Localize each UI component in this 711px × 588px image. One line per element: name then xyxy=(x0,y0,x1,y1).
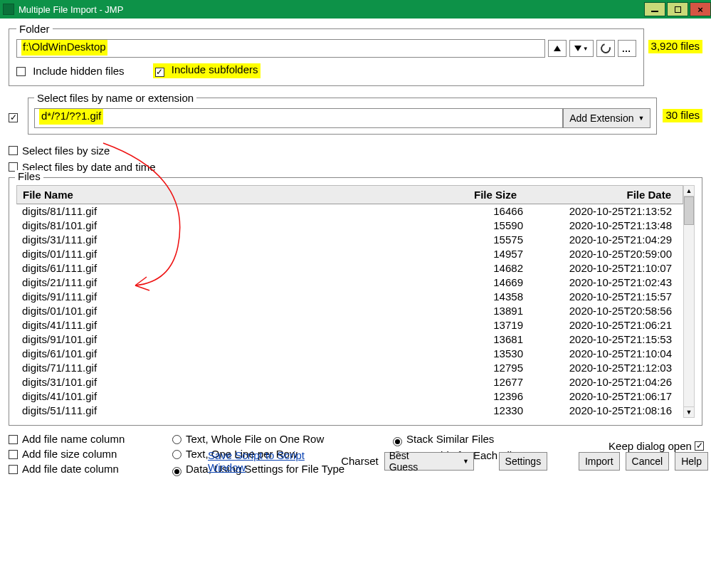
cell-file-date: 2020-10-25T21:06:21 xyxy=(523,319,683,331)
cell-file-name: digits/71/111.gif xyxy=(16,362,438,374)
table-row[interactable]: digits/71/111.gif127952020-10-25T21:12:0… xyxy=(16,361,683,375)
arrow-down-icon xyxy=(574,46,581,51)
cell-file-size: 14957 xyxy=(438,248,523,260)
cell-file-date: 2020-10-25T21:10:07 xyxy=(523,262,683,274)
save-script-link[interactable]: Save Script to Script Window xyxy=(208,449,335,473)
charset-value: Best Guess xyxy=(389,450,434,473)
folder-down-button[interactable]: ▼ xyxy=(569,40,594,57)
col-file-date[interactable]: File Date xyxy=(522,186,683,204)
table-row[interactable]: digits/81/101.gif155902020-10-25T21:13:4… xyxy=(16,219,683,233)
select-by-size-checkbox[interactable] xyxy=(9,146,18,155)
files-table-header[interactable]: File Name File Size File Date xyxy=(16,185,683,204)
include-subfolders-option[interactable]: Include subfolders xyxy=(153,63,260,78)
include-hidden-option[interactable]: Include hidden files xyxy=(16,65,125,77)
cell-file-size: 13891 xyxy=(438,305,523,317)
cell-file-size: 12795 xyxy=(438,362,523,374)
text-whole-file-radio[interactable] xyxy=(172,435,181,444)
cell-file-date: 2020-10-25T21:15:53 xyxy=(523,333,683,345)
folder-refresh-button[interactable] xyxy=(596,40,615,57)
stack-files-radio[interactable] xyxy=(393,437,402,446)
cell-file-name: digits/81/111.gif xyxy=(16,205,438,217)
table-row[interactable]: digits/41/111.gif137192020-10-25T21:06:2… xyxy=(16,318,683,332)
scroll-up-icon[interactable]: ▲ xyxy=(684,186,694,196)
cancel-button-label: Cancel xyxy=(632,456,663,467)
files-scrollbar[interactable]: ▲ ▼ xyxy=(683,185,695,418)
select-by-size-option[interactable]: Select files by size xyxy=(9,145,702,157)
bottom-bar: Save Script to Script Window Charset Bes… xyxy=(9,449,708,473)
select-by-date-option[interactable]: Select files by date and time xyxy=(9,161,702,173)
cancel-button[interactable]: Cancel xyxy=(626,452,670,471)
folder-browse-button[interactable]: … xyxy=(618,40,636,57)
cell-file-size: 13719 xyxy=(438,319,523,331)
minimize-button[interactable] xyxy=(644,2,665,16)
add-extension-button[interactable]: Add Extension▼ xyxy=(563,108,651,128)
folder-path-text: f:\OldWinDesktop xyxy=(21,40,107,56)
folder-legend: Folder xyxy=(16,23,53,35)
cell-file-name: digits/01/101.gif xyxy=(16,305,438,317)
include-subfolders-label: Include subfolders xyxy=(172,63,258,75)
maximize-button[interactable] xyxy=(667,2,688,16)
table-row[interactable]: digits/01/101.gif138912020-10-25T20:58:5… xyxy=(16,304,683,318)
cell-file-date: 2020-10-25T20:58:56 xyxy=(523,305,683,317)
table-row[interactable]: digits/61/111.gif146822020-10-25T21:10:0… xyxy=(16,261,683,275)
add-file-name-label: Add file name column xyxy=(22,433,125,445)
add-file-name-checkbox[interactable] xyxy=(9,435,18,444)
table-row[interactable]: digits/81/111.gif164662020-10-25T21:13:5… xyxy=(16,204,683,219)
cell-file-size: 14358 xyxy=(438,290,523,303)
add-file-name-option[interactable]: Add file name column xyxy=(9,433,151,445)
help-button-label: Help xyxy=(681,456,702,467)
filter-pattern-input[interactable]: d*/?1/??1.gif xyxy=(34,108,563,128)
cell-file-size: 13681 xyxy=(438,333,523,345)
import-button[interactable]: Import xyxy=(579,452,620,471)
charset-select[interactable]: Best Guess▼ xyxy=(384,452,474,471)
cell-file-size: 14682 xyxy=(438,262,523,274)
table-row[interactable]: digits/31/101.gif126772020-10-25T21:04:2… xyxy=(16,375,683,389)
cell-file-size: 12677 xyxy=(438,376,523,388)
filter-match-count: 30 files xyxy=(663,109,702,122)
folder-path-input[interactable]: f:\OldWinDesktop xyxy=(16,39,545,58)
close-button[interactable]: × xyxy=(690,2,711,16)
include-hidden-checkbox[interactable] xyxy=(16,67,26,76)
scroll-thumb[interactable] xyxy=(684,196,694,225)
folder-group: Folder f:\OldWinDesktop ▼ … Include hidd… xyxy=(9,23,644,86)
settings-button[interactable]: Settings xyxy=(499,452,548,471)
cell-file-name: digits/41/101.gif xyxy=(16,390,438,402)
cell-file-name: digits/51/111.gif xyxy=(16,404,438,416)
cell-file-date: 2020-10-25T21:10:04 xyxy=(523,347,683,359)
cell-file-date: 2020-10-25T21:13:48 xyxy=(523,219,683,231)
table-row[interactable]: digits/01/111.gif149572020-10-25T20:59:0… xyxy=(16,247,683,261)
table-row[interactable]: digits/51/111.gif123302020-10-25T21:08:1… xyxy=(16,404,683,418)
include-subfolders-checkbox[interactable] xyxy=(155,68,164,77)
cell-file-date: 2020-10-25T21:13:52 xyxy=(523,205,683,217)
cell-file-name: digits/21/111.gif xyxy=(16,276,438,288)
table-row[interactable]: digits/41/101.gif123962020-10-25T21:06:1… xyxy=(16,389,683,404)
col-file-name[interactable]: File Name xyxy=(17,186,437,204)
table-row[interactable]: digits/31/111.gif155752020-10-25T21:04:2… xyxy=(16,233,683,247)
table-row[interactable]: digits/61/101.gif135302020-10-25T21:10:0… xyxy=(16,347,683,361)
filter-enable-checkbox[interactable] xyxy=(9,113,18,122)
cell-file-name: digits/61/101.gif xyxy=(16,347,438,359)
refresh-icon xyxy=(599,41,612,55)
charset-label: Charset xyxy=(341,455,379,467)
cell-file-name: digits/61/111.gif xyxy=(16,262,438,274)
text-whole-file-option[interactable]: Text, Whole File on One Row xyxy=(172,433,372,445)
cell-file-name: digits/41/111.gif xyxy=(16,319,438,331)
cell-file-size: 12330 xyxy=(438,404,523,416)
window-title: Multiple File Import - JMP xyxy=(19,4,643,15)
table-row[interactable]: digits/91/111.gif143582020-10-25T21:15:5… xyxy=(16,290,683,304)
files-table-body: digits/81/111.gif164662020-10-25T21:13:5… xyxy=(16,204,683,418)
cell-file-size: 16466 xyxy=(438,205,523,217)
cell-file-date: 2020-10-25T21:12:03 xyxy=(523,362,683,374)
col-file-size[interactable]: File Size xyxy=(437,186,522,204)
cell-file-name: digits/91/111.gif xyxy=(16,290,438,303)
table-row[interactable]: digits/21/111.gif146692020-10-25T21:02:4… xyxy=(16,275,683,290)
table-row[interactable]: digits/91/101.gif136812020-10-25T21:15:5… xyxy=(16,332,683,347)
app-icon xyxy=(3,4,14,15)
cell-file-date: 2020-10-25T21:02:43 xyxy=(523,276,683,288)
cell-file-date: 2020-10-25T21:06:17 xyxy=(523,390,683,402)
scroll-down-icon[interactable]: ▼ xyxy=(684,406,694,417)
cell-file-size: 12396 xyxy=(438,390,523,402)
help-button[interactable]: Help xyxy=(675,452,708,471)
stack-files-option[interactable]: Stack Similar Files xyxy=(393,433,535,446)
folder-up-button[interactable] xyxy=(548,40,567,57)
